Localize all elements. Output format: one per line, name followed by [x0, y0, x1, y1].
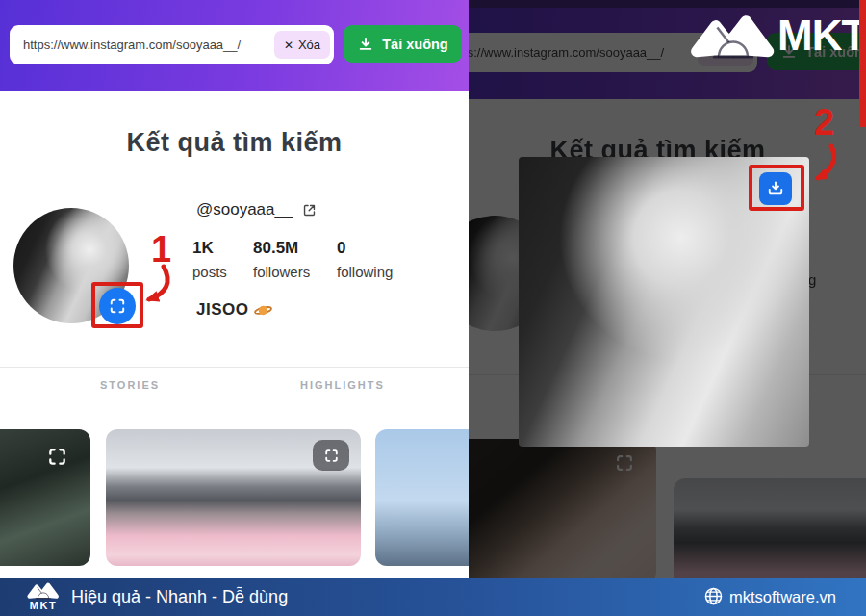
stat-following: 0 following: [337, 239, 393, 280]
story-photo-tile-dimmed: [469, 439, 656, 578]
results-title: Kết quả tìm kiếm: [0, 128, 469, 158]
step-number-2: 2: [814, 102, 834, 143]
story-photo-tile[interactable]: [375, 429, 469, 566]
footer-brand-label: MKT: [30, 600, 57, 611]
profile-display-name: JISOO: [196, 300, 248, 320]
tab-stories[interactable]: STORIES: [100, 379, 160, 391]
external-link-icon[interactable]: [301, 202, 318, 218]
following-count: 0: [337, 239, 393, 258]
posts-count: 1K: [192, 239, 227, 258]
step2-highlight-box: [749, 165, 804, 211]
watermark-brand: MKT: [777, 12, 866, 60]
clear-url-label: Xóa: [298, 38, 320, 52]
expand-photo-button[interactable]: [313, 440, 349, 471]
stat-posts: 1K posts: [192, 239, 227, 280]
app-header: ✕ Xóa Tải xuống: [0, 0, 469, 91]
app-screenshot-step2-dimmed: ✕ Xóa Tải xuống Kết quả tìm kiếm 1K post: [469, 0, 866, 578]
step1-arrow: [140, 260, 186, 308]
download-arrow-icon: [357, 36, 374, 53]
app-screenshot-step1: ✕ Xóa Tải xuống Kết quả tìm kiếm @sooyaa…: [0, 0, 469, 578]
clear-url-button[interactable]: ✕ Xóa: [274, 31, 330, 59]
expand-frame-icon[interactable]: [46, 446, 68, 472]
top-strip: [469, 0, 866, 8]
footer-slogan: Hiệu quả - Nhanh - Dễ dùng: [71, 587, 288, 607]
mkt-mountain-sun-logo: [685, 12, 781, 66]
story-photo-tile[interactable]: [106, 429, 361, 566]
step1-highlight-box: [91, 282, 143, 328]
footer-logo: MKT: [25, 581, 62, 611]
profile-username: @sooyaaa__: [196, 200, 293, 219]
followers-count: 80.5M: [253, 239, 310, 258]
mkt-mountain-sun-logo: [25, 581, 62, 601]
followers-label: followers: [253, 264, 310, 280]
tabs-divider: [0, 367, 469, 368]
story-photo-tile-dimmed: [674, 478, 866, 578]
tab-highlights[interactable]: HIGHLIGHTS: [300, 379, 385, 391]
download-button-label: Tải xuống: [382, 37, 447, 52]
photo-preview-modal[interactable]: [519, 157, 809, 447]
expand-frame-icon: [323, 448, 340, 464]
download-button[interactable]: Tải xuống: [344, 25, 462, 63]
following-label: following: [337, 264, 393, 280]
footer-website: mktsoftware.vn: [729, 588, 836, 606]
tutorial-graphic: ✕ Xóa Tải xuống Kết quả tìm kiếm @sooyaa…: [0, 0, 866, 616]
globe-icon: [703, 586, 724, 610]
step2-arrow: [806, 142, 845, 187]
stat-followers: 80.5M followers: [253, 239, 310, 280]
saturn-planet-icon: [254, 303, 272, 318]
footer-bar: MKT Hiệu quả - Nhanh - Dễ dùng mktsoftwa…: [0, 578, 866, 616]
posts-label: posts: [192, 264, 227, 280]
story-photo-tile[interactable]: [0, 429, 90, 566]
expand-frame-icon: [614, 452, 635, 474]
x-close-icon: ✕: [284, 38, 293, 52]
watermark-red-strip: [859, 0, 866, 127]
